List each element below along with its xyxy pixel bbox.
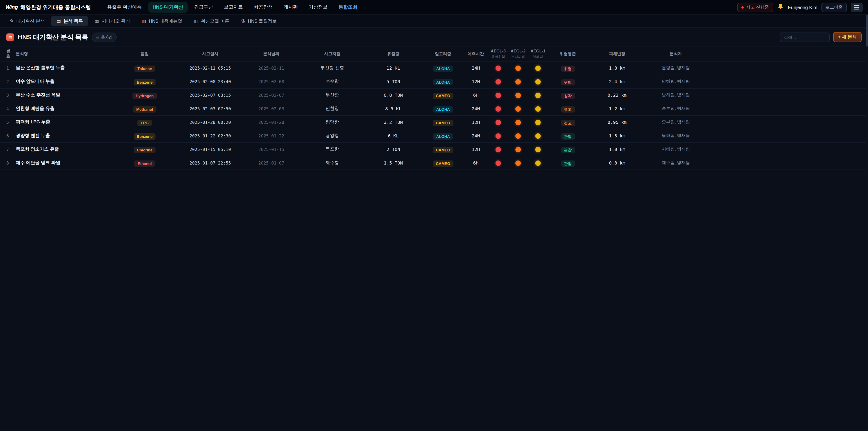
substance-badge: Chlorine: [134, 147, 156, 153]
analysis-date-cell: 2025-02-03: [242, 106, 301, 111]
analysis-name-cell: 평택항 LPG 누출: [13, 119, 111, 125]
table-row[interactable]: 8제주 에탄올 탱크 파열Ethanol2025-01-07 22:552025…: [0, 156, 868, 170]
tab[interactable]: ✎대기확산 분석: [4, 16, 50, 26]
nav-item[interactable]: 보고자료: [219, 2, 247, 13]
main-nav: 유출유 확산예측HNS·대기확산긴급구난보고자료항공탐색게시판기상정보통합조회: [103, 2, 362, 13]
column-sublabel: 건강피해: [509, 55, 527, 59]
nav-item[interactable]: 항공탐색: [249, 2, 277, 13]
nav-item[interactable]: 유출유 확산예측: [103, 2, 146, 13]
nav-item[interactable]: 긴급구난: [189, 2, 217, 13]
amount-cell: 5 TON: [364, 79, 423, 84]
aegl2-indicator-dot: [515, 147, 521, 152]
aegl2-indicator-dot: [515, 160, 521, 166]
nav-item[interactable]: 기상정보: [304, 2, 332, 13]
aegl1-indicator-dot: [535, 160, 541, 166]
tab[interactable]: ⚗HNS 물질정보: [236, 16, 282, 26]
analysis-date-cell: 2025-01-15: [242, 147, 301, 152]
radius-cell: 2.4 km: [588, 79, 647, 84]
risk-grade-badge: 위험: [561, 65, 575, 72]
table-row[interactable]: 3부산 수소 추진선 폭발Hydrogen2025-02-07 03:15202…: [0, 88, 868, 102]
bell-icon: [777, 3, 784, 11]
accident-datetime-cell: 2025-01-28 00:20: [179, 120, 242, 125]
risk-grade-cell: 위험: [548, 64, 588, 72]
aegl2-indicator-dot: [515, 79, 521, 85]
total-count-badge: ▤ 총 8건: [92, 32, 117, 42]
nav-item[interactable]: HNS·대기확산: [148, 2, 188, 13]
column-filler: [705, 52, 868, 56]
aegl2-cell: [508, 77, 528, 86]
row-number-cell: 2: [0, 79, 13, 84]
column-header: 분석날짜: [242, 50, 301, 58]
incident-dot-icon: [742, 6, 744, 8]
location-cell: 부산항: [301, 92, 364, 98]
algorithm-cell: ALOHA: [423, 104, 463, 113]
nav-item[interactable]: 게시판: [279, 2, 302, 13]
aegl2-cell: [508, 145, 528, 153]
algorithm-badge: CAMEO: [433, 93, 453, 99]
duration-cell: 24H: [463, 106, 488, 111]
risk-grade-badge: 경고: [561, 106, 575, 113]
algorithm-badge: ALOHA: [433, 133, 453, 140]
amount-cell: 2 TON: [364, 147, 423, 152]
page-header-actions: + 새 분석: [780, 32, 862, 42]
table-row[interactable]: 7목포항 염소가스 유출Chlorine2025-01-15 05:102025…: [0, 143, 868, 156]
accident-datetime-cell: 2025-02-07 03:15: [179, 92, 242, 97]
tab-label: HNS 물질정보: [248, 18, 277, 24]
aegl1-cell: [528, 64, 548, 72]
scrollbar-thumb[interactable]: [866, 15, 868, 47]
notification-bell-button[interactable]: [777, 3, 784, 11]
tab[interactable]: ▤분석 목록: [51, 16, 88, 26]
row-number-cell: 4: [0, 106, 13, 111]
analysis-date-cell: 2025-01-28: [242, 120, 301, 125]
analyst-cell: 남해팀, 방재팀: [647, 133, 705, 138]
risk-grade-badge: 관찰: [561, 133, 575, 140]
algorithm-cell: CAMEO: [423, 145, 463, 153]
risk-grade-badge: 관찰: [561, 160, 575, 167]
nav-item[interactable]: 통합조회: [334, 2, 362, 13]
scrollbar[interactable]: [866, 15, 868, 431]
duration-cell: 24H: [463, 133, 488, 138]
location-cell: 여수항: [301, 78, 364, 85]
analyst-cell: 제주팀, 방재팀: [647, 160, 705, 166]
substance-cell: Benzene: [111, 131, 179, 140]
column-label: AEGL-1: [530, 49, 546, 54]
substance-cell: Toluene: [111, 64, 179, 72]
search-input[interactable]: [780, 32, 829, 42]
logout-button[interactable]: 로그아웃: [822, 2, 847, 12]
table-header-row: 번호분석명물질사고일시분석날짜사고지점유출량알고리즘예측시간AEGL-3생명위험…: [0, 47, 868, 61]
table-row[interactable]: 1울산 온산항 톨루엔 누출Toluene2025-02-11 05:15202…: [0, 61, 868, 75]
column-header: 물질: [111, 50, 179, 58]
new-analysis-button[interactable]: + 새 분석: [833, 32, 862, 42]
amount-cell: 0.8 TON: [364, 92, 423, 97]
algorithm-badge: CAMEO: [433, 147, 453, 153]
substance-badge: Benzene: [133, 133, 156, 140]
table-row[interactable]: 6광양항 벤젠 누출Benzene2025-01-22 02:302025-01…: [0, 129, 868, 143]
table-row[interactable]: 5평택항 LPG 누출LPG2025-01-28 00:202025-01-28…: [0, 116, 868, 129]
page-header: ▤ HNS 대기확산 분석 목록 ▤ 총 8건 + 새 분석: [0, 28, 868, 47]
aegl1-cell: [528, 118, 548, 126]
tab[interactable]: ▥HNS 대응매뉴얼: [136, 16, 188, 26]
app-logo[interactable]: Wing 해양환경 위기대응 통합시스템: [5, 4, 91, 11]
substance-badge: Toluene: [134, 65, 155, 72]
analysis-name-cell: 부산 수소 추진선 폭발: [13, 92, 111, 98]
main-content: ▤ HNS 대기확산 분석 목록 ▤ 총 8건 + 새 분석 번호분석명물질사고…: [0, 28, 868, 170]
column-label: 분석날짜: [263, 51, 279, 56]
table-row[interactable]: 2여수 암모니아 누출Benzene2025-02-08 23:402025-0…: [0, 75, 868, 88]
tab[interactable]: ◧확산모델 이론: [188, 16, 235, 26]
location-cell: 목포항: [301, 146, 364, 152]
algorithm-badge: ALOHA: [433, 79, 453, 86]
hamburger-menu-button[interactable]: [851, 2, 863, 12]
column-header: 유출량: [364, 50, 423, 58]
aegl3-cell: [488, 159, 508, 167]
substance-badge: LPG: [138, 120, 152, 126]
table-row[interactable]: 4인천항 메탄올 유출Methanol2025-02-03 07:502025-…: [0, 102, 868, 116]
radius-cell: 1.2 km: [588, 106, 647, 111]
user-name: Eunjeong Kim: [788, 4, 817, 10]
aegl2-cell: [508, 131, 528, 140]
algorithm-cell: CAMEO: [423, 159, 463, 167]
tab[interactable]: ▦시나리오 관리: [89, 16, 135, 26]
analyst-cell: 윤영림, 방재팀: [647, 65, 705, 71]
column-header: AEGL-1불쾌감: [528, 47, 548, 61]
amount-cell: 12 KL: [364, 65, 423, 70]
aegl3-cell: [488, 64, 508, 72]
